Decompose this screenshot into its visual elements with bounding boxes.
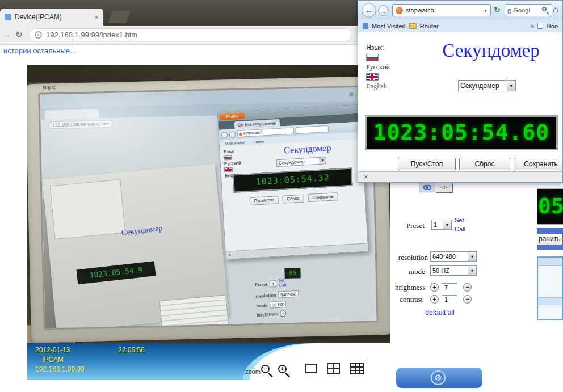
recursive-window-shape bbox=[159, 294, 229, 330]
contrast-decrease-button[interactable]: − bbox=[463, 295, 472, 304]
tab-favicon-icon bbox=[5, 14, 11, 20]
folder-icon bbox=[409, 23, 417, 29]
start-stop-button[interactable]: Пуск/Стоп bbox=[398, 158, 456, 170]
new-tab-button[interactable] bbox=[108, 11, 130, 23]
camera-video-view: NEC 192.168.1.99:99/index1.htm bbox=[27, 65, 392, 380]
bookmark-link[interactable]: истории остальные... bbox=[3, 47, 76, 55]
resolution-select-value: 640*480 bbox=[431, 253, 468, 260]
offscreen-save-button[interactable]: ранить bbox=[537, 233, 563, 245]
magnifier-handle-icon bbox=[285, 372, 290, 377]
default-all-link[interactable]: default all bbox=[390, 309, 489, 317]
code-mode-button[interactable]: </> bbox=[436, 182, 453, 193]
reset-button[interactable]: Сброс bbox=[459, 158, 510, 170]
save-button[interactable]: Сохранить bbox=[514, 158, 562, 170]
osd-camera-name: IPCAM bbox=[42, 356, 64, 364]
bookmarks-icon bbox=[537, 23, 543, 29]
offscreen-window-band: ранить bbox=[537, 228, 563, 250]
window-control-icon bbox=[349, 92, 353, 96]
chevron-down-icon[interactable]: ▼ bbox=[484, 9, 488, 12]
inner-stopwatch-page: Язык Русский English Секундомер Секундом… bbox=[220, 139, 368, 259]
panel-footer: ⚙ bbox=[396, 368, 482, 388]
contrast-increase-button[interactable]: + bbox=[430, 295, 439, 304]
forward-button[interactable]: → bbox=[2, 29, 11, 39]
contrast-label: contrast bbox=[400, 295, 423, 304]
language-label: Язык: bbox=[366, 44, 384, 52]
reload-icon: ↻ bbox=[494, 5, 501, 14]
inner-stopwatch-display: 1023:05:54.32 bbox=[233, 168, 352, 193]
inner-save-button: Сохранить bbox=[308, 192, 338, 202]
plus-icon: + bbox=[280, 310, 287, 317]
inner-bookmark-router: Router bbox=[253, 139, 264, 144]
inner-page-title: Секундомер bbox=[257, 141, 358, 157]
page-info-icon bbox=[35, 31, 42, 39]
brightness-decrease-button[interactable]: − bbox=[463, 283, 472, 292]
quad-view-button[interactable] bbox=[327, 363, 340, 374]
preset-select[interactable]: 1 ▼ bbox=[431, 220, 452, 230]
recursive-preset-select: 1 bbox=[270, 280, 277, 288]
zoom-out-button[interactable]: − bbox=[261, 365, 275, 378]
mode-label: mode bbox=[409, 267, 425, 276]
inner-firefox-menu-button: Firefox bbox=[220, 112, 245, 120]
russian-flag-icon[interactable] bbox=[366, 54, 379, 61]
zoom-out-icon: − bbox=[261, 365, 270, 373]
settings-button[interactable]: ⚙ bbox=[431, 370, 446, 385]
recursive-resolution-select: 640*480 bbox=[278, 290, 299, 298]
mode-select[interactable]: 50 HZ ▼ bbox=[430, 265, 477, 276]
offscreen-panel-row bbox=[538, 297, 562, 305]
bookmark-most-visited[interactable]: Most Visited bbox=[372, 23, 406, 29]
inner-url-text: stopwatch bbox=[243, 130, 263, 136]
photographed-monitor: NEC 192.168.1.99:99/index1.htm bbox=[27, 76, 392, 343]
bookmark-router[interactable]: Router bbox=[420, 23, 439, 29]
forward-icon: → bbox=[2, 29, 11, 39]
reload-button[interactable]: ↻ bbox=[494, 5, 501, 14]
uk-flag-icon bbox=[224, 167, 232, 172]
location-text: stopwatch. bbox=[406, 7, 481, 14]
preset-set-link[interactable]: Set bbox=[455, 217, 464, 224]
address-text: 192.168.1.99:99/index1.htm bbox=[46, 31, 137, 39]
firefox-bookmarks-bar: Most Visited Router » Boo bbox=[358, 20, 562, 32]
inner-bookmark-most-visited: Most Visited bbox=[225, 140, 246, 145]
close-icon[interactable]: × bbox=[364, 172, 368, 181]
overflow-chevron-icon[interactable]: » bbox=[531, 22, 535, 30]
single-view-button[interactable] bbox=[305, 364, 317, 373]
brightness-increase-button[interactable]: + bbox=[430, 283, 439, 292]
close-icon[interactable]: × bbox=[94, 13, 99, 22]
osd-date: 2012-01-13 bbox=[35, 346, 70, 354]
stopwatch-mode-select[interactable]: Секундомер ▼ bbox=[458, 80, 516, 91]
back-button[interactable]: ← bbox=[362, 3, 376, 18]
site-favicon-icon bbox=[396, 7, 403, 14]
inner-search-box bbox=[295, 125, 329, 134]
preset-call-link[interactable]: Call bbox=[455, 226, 465, 233]
uk-flag-icon[interactable] bbox=[366, 73, 379, 81]
chrome-tab-device[interactable]: Device(IPCAM) × bbox=[0, 9, 103, 26]
offscreen-panel bbox=[537, 256, 563, 320]
search-text: Googl bbox=[514, 7, 540, 14]
zoom-in-button[interactable]: + bbox=[278, 365, 292, 378]
most-visited-icon bbox=[363, 23, 368, 29]
search-box[interactable]: g Googl bbox=[505, 4, 552, 16]
inner-button-row: Пуск/Стоп Сброс Сохранить bbox=[222, 191, 364, 206]
inner-language-russian: Русский bbox=[224, 161, 241, 167]
screen: Device(IPCAM) × → ↻ 192.168.1.99:99/inde… bbox=[0, 0, 563, 392]
back-icon: ← bbox=[365, 6, 373, 15]
page-title: Секундомер bbox=[423, 40, 559, 61]
inner-start-stop-button: Пуск/Стоп bbox=[249, 196, 279, 205]
location-bar[interactable]: stopwatch. ▼ bbox=[392, 4, 491, 16]
video-mode-button[interactable] bbox=[419, 182, 436, 193]
nine-view-button[interactable] bbox=[350, 363, 364, 374]
language-russian-link[interactable]: Русский bbox=[366, 63, 390, 71]
recursive-mode-label: mode bbox=[256, 302, 268, 308]
reload-button[interactable]: ↻ bbox=[15, 29, 23, 40]
home-button[interactable]: ⌂ bbox=[553, 5, 558, 15]
home-icon: ⌂ bbox=[553, 5, 558, 14]
inner-mode-select: Секундомер ▼ bbox=[276, 157, 327, 167]
bookmark-clipped[interactable]: Boo bbox=[547, 23, 558, 29]
forward-button[interactable]: → bbox=[378, 5, 389, 16]
recursive-mode-select: 50 HZ bbox=[270, 301, 286, 309]
resolution-select[interactable]: 640*480 ▼ bbox=[430, 251, 477, 262]
firefox-toolbar: ← → stopwatch. ▼ ↻ g Googl ⌂ bbox=[358, 1, 562, 20]
language-english-link[interactable]: English bbox=[366, 82, 387, 91]
firefox-status-bar: × bbox=[358, 171, 562, 182]
address-bar[interactable]: 192.168.1.99:99/index1.htm bbox=[28, 28, 352, 41]
inner-back-icon bbox=[221, 132, 228, 138]
